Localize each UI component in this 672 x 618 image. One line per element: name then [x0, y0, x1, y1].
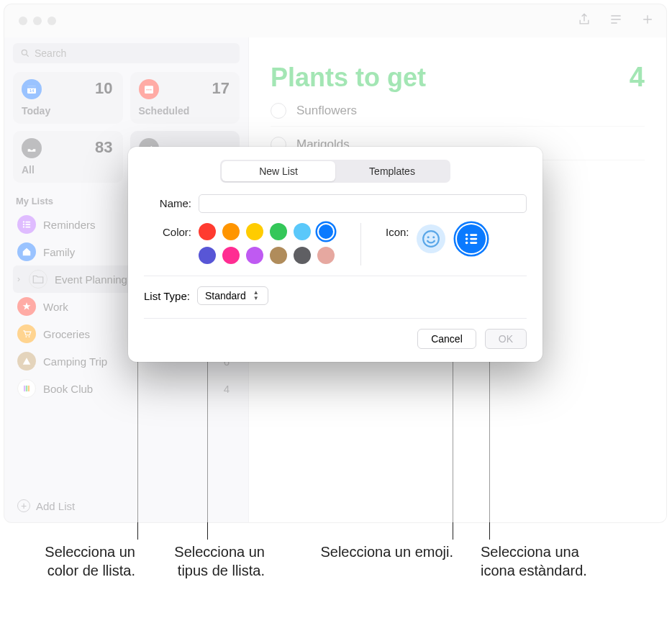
icon-label: Icon:: [386, 223, 409, 238]
svg-point-20: [427, 236, 429, 238]
list-type-value: Standard: [205, 290, 246, 301]
color-swatch[interactable]: [317, 223, 335, 240]
color-label: Color:: [144, 223, 191, 238]
smiley-icon: [422, 230, 440, 248]
svg-rect-25: [470, 234, 477, 236]
vertical-divider: [360, 223, 361, 265]
tab-templates[interactable]: Templates: [335, 161, 449, 181]
svg-point-23: [465, 237, 468, 240]
divider: [144, 276, 527, 276]
svg-point-19: [423, 231, 439, 247]
app-window: Search 14 10 Today 17 Scheduled: [4, 4, 666, 522]
dialog-tabs[interactable]: New List Templates: [220, 160, 450, 183]
color-swatch[interactable]: [246, 223, 263, 240]
svg-point-22: [465, 234, 468, 237]
callout-type: Selecciona un tipus de llista.: [164, 542, 265, 580]
color-swatch[interactable]: [317, 247, 335, 264]
color-swatch[interactable]: [246, 247, 263, 264]
color-swatch[interactable]: [294, 223, 311, 240]
color-swatches: [199, 223, 336, 265]
icon-choice-emoji[interactable]: [417, 224, 445, 253]
callout-color: Selecciona un color de llista.: [35, 542, 135, 580]
color-swatch[interactable]: [222, 223, 240, 240]
svg-rect-26: [470, 238, 477, 240]
callout-emoji: Selecciona un emoji.: [317, 542, 453, 561]
color-swatch[interactable]: [199, 223, 216, 240]
name-input[interactable]: [199, 194, 527, 213]
name-label: Name:: [144, 194, 191, 209]
cancel-button[interactable]: Cancel: [417, 329, 476, 349]
svg-point-21: [432, 236, 435, 238]
chevron-up-down-icon: ▲▼: [253, 289, 263, 302]
color-swatch[interactable]: [270, 223, 287, 240]
ok-button: OK: [485, 329, 527, 349]
list-bullet-icon: [463, 231, 479, 247]
color-swatch[interactable]: [222, 247, 240, 264]
tab-new-list[interactable]: New List: [222, 161, 335, 181]
icon-choice-standard[interactable]: [457, 224, 486, 253]
svg-point-24: [465, 242, 468, 245]
list-type-label: List Type:: [144, 290, 190, 302]
new-list-dialog: New List Templates Name: Color: Icon:: [128, 147, 542, 362]
svg-rect-27: [470, 242, 477, 244]
color-swatch[interactable]: [294, 247, 311, 264]
callout-standard: Selecciona una icona estàndard.: [481, 542, 596, 580]
color-swatch[interactable]: [199, 247, 216, 264]
list-type-select[interactable]: Standard ▲▼: [197, 286, 268, 305]
color-swatch[interactable]: [270, 247, 287, 264]
